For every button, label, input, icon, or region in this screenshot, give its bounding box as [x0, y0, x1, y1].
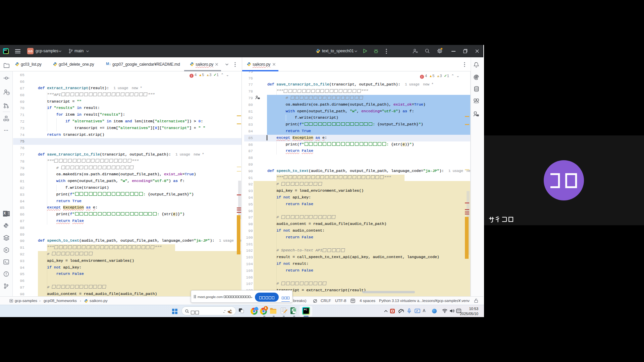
svg-text:?: ? — [7, 92, 9, 95]
